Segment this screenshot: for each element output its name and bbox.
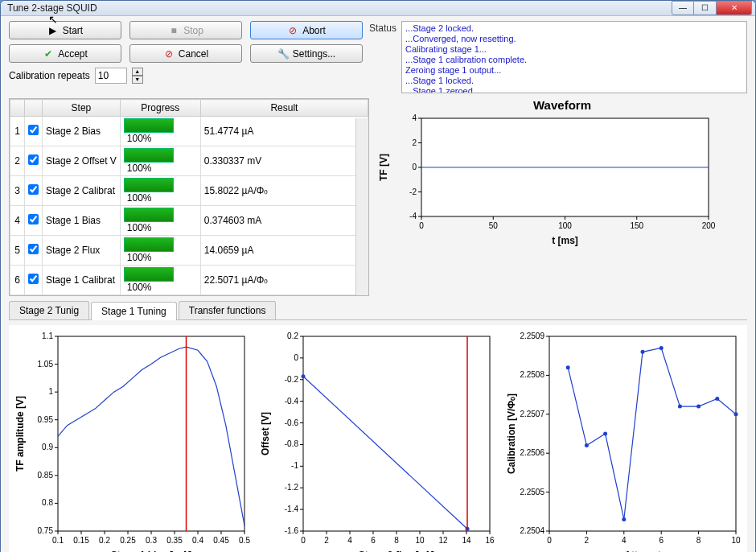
svg-text:14: 14 <box>462 536 472 545</box>
svg-text:0.35: 0.35 <box>166 536 183 545</box>
cal-repeats-spinner[interactable]: ▲▼ <box>132 68 143 84</box>
svg-point-138 <box>678 405 682 409</box>
step-result: 51.4774 µA <box>200 117 368 146</box>
status-line: ...Converged, now resetting. <box>405 34 743 44</box>
step-name: Stage 1 Calibrat <box>43 266 121 295</box>
spin-down-button[interactable]: ▼ <box>132 76 143 84</box>
table-row[interactable]: 5 Stage 2 Flux 100% 14.0659 µA <box>10 236 368 266</box>
svg-text:0: 0 <box>547 536 552 545</box>
svg-text:TF [V]: TF [V] <box>378 154 389 181</box>
table-row[interactable]: 4 Stage 1 Bias 100% 0.374603 mA <box>10 206 368 236</box>
step-checkbox[interactable] <box>28 125 39 135</box>
svg-text:200: 200 <box>702 221 715 230</box>
svg-text:2.2508: 2.2508 <box>520 370 544 379</box>
play-icon: ▶ <box>47 25 59 36</box>
wrench-icon: 🔧 <box>277 48 289 60</box>
progress-pct: 100% <box>127 252 152 263</box>
svg-text:0.75: 0.75 <box>38 526 54 535</box>
svg-text:t [ms]: t [ms] <box>552 235 578 246</box>
svg-text:0.95: 0.95 <box>38 415 54 424</box>
table-row[interactable]: 6 Stage 1 Calibrat 100% 22.5071 µA/Φ₀ <box>10 266 368 295</box>
svg-text:4: 4 <box>622 536 627 545</box>
step-checkbox[interactable] <box>28 184 39 195</box>
svg-text:-0.6: -0.6 <box>285 418 299 427</box>
svg-text:0: 0 <box>419 221 424 230</box>
table-row[interactable]: 3 Stage 2 Calibrat 100% 15.8022 µA/Φ₀ <box>10 176 368 206</box>
tab-transfer-functions[interactable]: Transfer functions <box>179 301 277 319</box>
spin-up-button[interactable]: ▲ <box>132 68 143 76</box>
titlebar: Tune 2-stage SQUID ↖ — ☐ ✕ <box>1 1 755 16</box>
step-checkbox[interactable] <box>28 214 39 225</box>
step-checkbox[interactable] <box>28 274 39 284</box>
step-result: 0.330337 mV <box>200 146 368 176</box>
table-row[interactable]: 1 Stage 2 Bias 100% 51.4774 µA <box>10 117 368 146</box>
step-name: Stage 2 Flux <box>43 236 121 266</box>
start-button[interactable]: ▶Start <box>9 21 121 39</box>
window-title: Tune 2-stage SQUID <box>7 2 672 14</box>
svg-text:TF amplitude [V]: TF amplitude [V] <box>14 396 26 472</box>
svg-text:6: 6 <box>372 536 376 545</box>
svg-text:2: 2 <box>412 138 417 147</box>
cancel-icon: ⊘ <box>163 48 175 60</box>
col-step: Step <box>43 100 121 117</box>
abort-button[interactable]: ⊘Abort <box>250 21 363 39</box>
stop-button[interactable]: ■Stop <box>129 21 242 39</box>
svg-text:2.2507: 2.2507 <box>520 410 544 418</box>
svg-text:Offset [V]: Offset [V] <box>260 412 271 455</box>
svg-text:2.2504: 2.2504 <box>520 526 544 535</box>
maximize-button[interactable]: ☐ <box>694 1 717 15</box>
accept-button[interactable]: ✔Accept <box>9 44 121 63</box>
stop-icon: ■ <box>168 25 179 36</box>
svg-text:50: 50 <box>489 221 499 230</box>
step-name: Stage 2 Bias <box>43 117 121 146</box>
waveform-chart: 050100150200-4-2024t [ms]TF [V] <box>377 112 747 249</box>
col-progress: Progress <box>120 100 200 117</box>
svg-text:-1.6: -1.6 <box>285 526 299 535</box>
tabs: Stage 2 TunigStage 1 TuningTransfer func… <box>9 301 747 320</box>
step-result: 22.5071 µA/Φ₀ <box>200 266 368 295</box>
svg-text:6: 6 <box>659 536 664 545</box>
svg-point-141 <box>733 412 738 416</box>
svg-text:0.5: 0.5 <box>239 536 250 545</box>
svg-text:10: 10 <box>416 536 425 545</box>
status-line: ...Stage 1 zeroed. <box>405 86 743 93</box>
svg-point-139 <box>696 405 701 409</box>
svg-text:0.8: 0.8 <box>42 498 53 507</box>
tf-amp-chart: 0.10.150.20.250.30.350.40.450.50.750.80.… <box>14 330 251 552</box>
tab-stage-1-tuning[interactable]: Stage 1 Tuning <box>91 302 177 320</box>
close-button[interactable]: ✕ <box>717 1 752 15</box>
tab-stage-2-tunig[interactable]: Stage 2 Tunig <box>9 301 89 319</box>
svg-point-140 <box>715 397 719 401</box>
table-row[interactable]: 2 Stage 2 Offset V 100% 0.330337 mV <box>10 146 368 176</box>
status-log[interactable]: ...Stage 2 locked....Converged, now rese… <box>401 21 747 93</box>
step-result: 0.374603 mA <box>200 206 368 236</box>
svg-text:0.25: 0.25 <box>120 536 136 545</box>
svg-text:2.2506: 2.2506 <box>520 448 544 457</box>
progress-pct: 100% <box>127 192 152 204</box>
svg-text:8: 8 <box>696 536 701 545</box>
svg-text:100: 100 <box>558 221 572 230</box>
svg-text:0: 0 <box>302 536 306 545</box>
progress-bar <box>124 148 174 163</box>
cal-repeats-input[interactable] <box>95 68 127 84</box>
svg-text:1.05: 1.05 <box>38 360 54 369</box>
svg-text:1: 1 <box>48 387 53 396</box>
check-icon: ✔ <box>43 48 54 60</box>
svg-point-137 <box>659 346 663 350</box>
step-checkbox[interactable] <box>28 244 39 254</box>
svg-rect-61 <box>303 336 490 531</box>
table-scrollbar[interactable] <box>355 118 368 295</box>
settings-button[interactable]: 🔧Settings... <box>250 44 363 63</box>
progress-pct: 100% <box>127 133 152 144</box>
step-checkbox[interactable] <box>28 154 39 165</box>
svg-rect-23 <box>58 336 244 531</box>
offset-chart: 0246810121416-1.6-1.4-1.2-1-0.8-0.6-0.4-… <box>259 330 496 552</box>
svg-text:-1: -1 <box>291 461 298 470</box>
cancel-button[interactable]: ⊘Cancel <box>129 44 242 63</box>
svg-text:1.1: 1.1 <box>42 332 53 340</box>
progress-bar <box>124 208 174 222</box>
progress-pct: 100% <box>127 222 152 233</box>
svg-text:0.45: 0.45 <box>213 536 229 545</box>
minimize-button[interactable]: — <box>672 1 694 15</box>
step-name: Stage 2 Offset V <box>43 146 121 176</box>
